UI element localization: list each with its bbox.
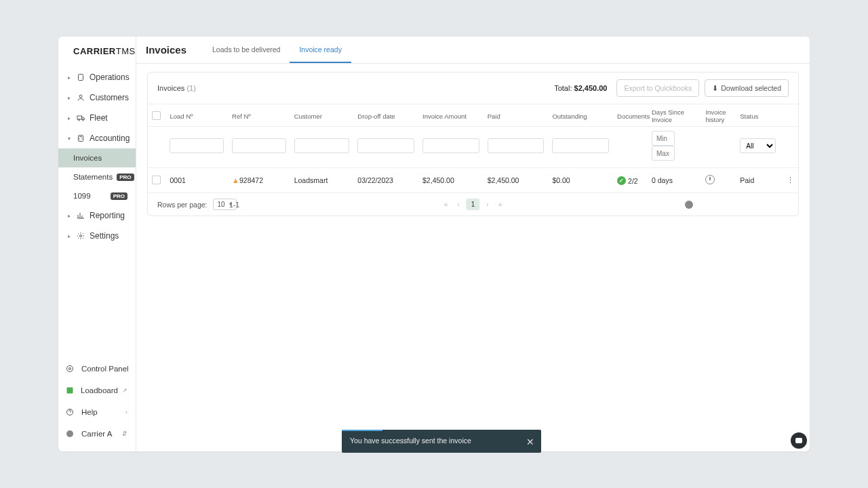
tab-invoice-ready[interactable]: Invoice ready <box>290 37 351 63</box>
tab-loads-to-be-delivered[interactable]: Loads to be delivered <box>203 37 290 63</box>
pagination-bar: Rows per page: 10 ▾ 1-1 « ‹ 1 › » <box>148 192 798 216</box>
filter-days-max-input[interactable] <box>652 146 675 161</box>
svg-point-4 <box>82 119 83 121</box>
sidebar-item-fleet[interactable]: ▸ Fleet <box>58 108 136 128</box>
sidebar-item-statements[interactable]: Statements PRO <box>58 167 136 186</box>
download-selected-button[interactable]: ⬇ Download selected <box>705 79 789 97</box>
filter-load-input[interactable] <box>170 138 224 153</box>
col-paid: Paid <box>484 104 549 127</box>
external-link-icon: ↗ <box>122 387 127 394</box>
col-ref: Ref Nº <box>228 104 290 127</box>
filter-outstanding-input[interactable] <box>552 138 609 153</box>
invoices-table: Load Nº Ref Nº Customer Drop-off date In… <box>148 104 798 192</box>
svg-rect-0 <box>79 75 83 81</box>
filter-paid-input[interactable] <box>488 138 545 153</box>
sidebar-label: Operations <box>90 73 130 82</box>
table-row[interactable]: 0001 ▲928472 Loadsmart 03/22/2023 $2,450… <box>148 168 798 193</box>
chat-fab-button[interactable] <box>791 432 807 449</box>
cell-days: 0 days <box>648 168 701 193</box>
pagination-range: 1-1 <box>229 201 239 209</box>
count-text: (1) <box>186 84 195 92</box>
sidebar-label: Customers <box>90 93 129 102</box>
sidebar-item-1099[interactable]: 1099 PRO <box>58 186 136 205</box>
col-documents: Documents <box>613 104 648 127</box>
col-status: Status <box>736 104 780 127</box>
pager-current-page: 1 <box>467 199 480 210</box>
pager-prev-button[interactable]: ‹ <box>454 199 462 209</box>
cell-status: Paid <box>736 168 780 193</box>
chevron-right-icon: ▸ <box>68 75 72 81</box>
cell-customer: Loadsmart <box>290 168 354 193</box>
col-load: Load Nº <box>165 104 228 127</box>
chevron-right-icon: ▸ <box>68 95 72 101</box>
pager-last-button[interactable]: » <box>496 199 505 209</box>
cell-history[interactable] <box>701 168 736 193</box>
clipboard-icon <box>76 73 85 82</box>
sidebar-item-customers[interactable]: ▸ Customers <box>58 87 136 108</box>
row-checkbox[interactable] <box>152 176 161 184</box>
row-actions-menu[interactable]: ⋮ <box>780 168 798 193</box>
brand-suffix: TMS <box>116 46 136 56</box>
cell-dropoff: 03/22/2023 <box>353 168 418 193</box>
cell-documents: 2/2 <box>613 168 648 193</box>
loadboard-link[interactable]: Loadboard ↗ <box>58 380 136 401</box>
cell-ref: ▲928472 <box>228 168 290 193</box>
svg-point-6 <box>80 235 82 237</box>
filter-dropoff-input[interactable] <box>357 138 414 153</box>
toast-message: You have successfully sent the invoice <box>350 436 471 445</box>
sidebar-label: Carrier A <box>81 430 112 438</box>
toast-progress <box>342 430 382 431</box>
filter-customer-input[interactable] <box>294 138 350 153</box>
col-dropoff: Drop-off date <box>353 104 418 127</box>
svg-point-1 <box>79 95 82 98</box>
page-header: Invoices Loads to be delivered Invoice r… <box>136 37 810 64</box>
user-icon <box>76 93 85 102</box>
pro-badge: PRO <box>111 192 127 200</box>
chart-icon <box>76 211 85 220</box>
svg-point-8 <box>69 368 71 370</box>
account-switcher[interactable]: Carrier A ⇵ <box>58 423 136 445</box>
sidebar-item-accounting[interactable]: ▾ Accounting <box>58 128 136 148</box>
pager-first-button[interactable]: « <box>441 199 451 209</box>
sidebar-label: Reporting <box>90 211 125 220</box>
export-quickbooks-button[interactable]: Export to Quickbooks <box>616 79 699 97</box>
sliders-icon <box>65 364 75 373</box>
calculator-icon <box>76 134 85 143</box>
chevron-right-icon: ▸ <box>68 213 72 219</box>
sidebar-item-invoices[interactable]: Invoices <box>58 148 136 167</box>
tab-bar: Loads to be delivered Invoice ready <box>203 37 351 63</box>
filter-days-min-input[interactable] <box>652 131 675 146</box>
cell-outstanding: $0.00 <box>548 168 613 193</box>
filter-status-select[interactable]: All <box>740 138 776 153</box>
help-link[interactable]: Help › <box>58 401 136 423</box>
cell-amount: $2,450.00 <box>418 168 484 193</box>
col-outstanding: Outstanding <box>548 104 613 127</box>
sidebar-label: Fleet <box>90 113 108 123</box>
col-days: Days Since Invoice <box>648 104 701 127</box>
svg-rect-2 <box>77 116 82 119</box>
cell-paid: $2,450.00 <box>484 168 549 193</box>
chevron-right-icon: › <box>125 409 127 415</box>
sidebar-item-settings[interactable]: ▸ Settings <box>58 226 136 246</box>
panel-title: Invoices (1) <box>157 84 196 92</box>
sidebar-label: Statements <box>73 173 113 181</box>
invoices-panel: Invoices (1) Total: $2,450.00 Export to … <box>147 72 799 216</box>
truck-icon <box>76 113 85 123</box>
svg-rect-5 <box>79 136 83 142</box>
sidebar-item-operations[interactable]: ▸ Operations <box>58 67 136 87</box>
history-icon <box>705 175 715 184</box>
sidebar-item-reporting[interactable]: ▸ Reporting <box>58 205 136 226</box>
col-history: Invoice history <box>701 104 736 127</box>
chevron-right-icon: ▸ <box>68 115 72 121</box>
filter-amount-input[interactable] <box>422 138 479 153</box>
download-icon: ⬇ <box>712 84 718 92</box>
sidebar: CARRIERTMS ▸ Operations ▸ Customers ▸ Fl… <box>58 37 136 451</box>
pro-badge: PRO <box>117 174 134 181</box>
close-icon[interactable]: ✕ <box>526 436 534 448</box>
filter-ref-input[interactable] <box>232 138 286 153</box>
select-all-checkbox[interactable] <box>152 111 161 120</box>
control-panel-link[interactable]: Control Panel <box>58 358 136 380</box>
col-customer: Customer <box>290 104 354 127</box>
check-circle-icon <box>617 176 626 185</box>
pager-next-button[interactable]: › <box>484 199 491 209</box>
